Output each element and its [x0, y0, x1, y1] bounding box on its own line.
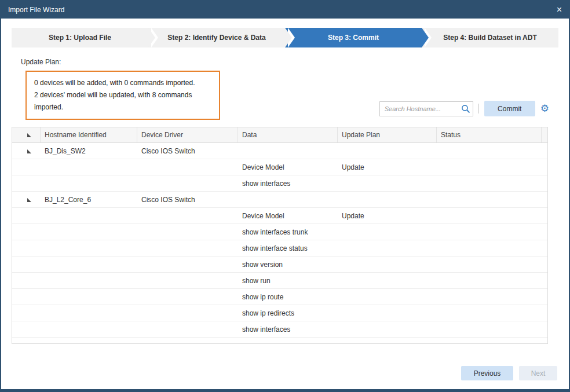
column-data: Data: [238, 127, 338, 142]
step-label: Step 3: Commit: [328, 34, 379, 42]
table-row[interactable]: show interfaces trunk: [12, 224, 547, 240]
wizard-steps: Step 1: Upload File Step 2: Identify Dev…: [12, 28, 558, 47]
commit-button[interactable]: Commit: [484, 101, 535, 116]
step-label: Step 1: Upload File: [49, 34, 111, 42]
data-cell: Device Model: [238, 163, 338, 171]
row-expander-cell: [12, 196, 41, 204]
device-driver-cell: Cisco IOS Switch: [137, 147, 238, 155]
update-plan-summary-box: 0 devices will be added, with 0 commands…: [25, 71, 220, 120]
data-cell: show interfaces trunk: [238, 228, 338, 236]
search-icon[interactable]: [461, 104, 470, 113]
step-4-build-dataset[interactable]: Step 4: Build Dataset in ADT: [422, 28, 558, 47]
collapse-all-icon[interactable]: [12, 127, 41, 142]
column-update-plan: Update Plan: [338, 127, 437, 142]
search-hostname-wrap: [379, 101, 473, 116]
header-scrollbar-spacer: [542, 127, 547, 142]
table-row[interactable]: show run: [12, 273, 547, 289]
import-results-table: Hostname Identified Device Driver Data U…: [12, 127, 548, 344]
table-header: Hostname Identified Device Driver Data U…: [12, 127, 547, 143]
data-cell: show interfaces: [238, 325, 338, 334]
device-driver-cell: Cisco IOS Switch: [137, 196, 238, 204]
table-row[interactable]: show interfaces: [12, 175, 547, 192]
footer-buttons: Previous Next: [461, 366, 557, 380]
hostname-cell: BJ_Dis_SW2: [41, 147, 137, 155]
column-device-driver: Device Driver: [137, 127, 238, 142]
row-expander-cell: [12, 147, 41, 155]
triangle-icon: [27, 133, 31, 137]
data-cell: show interfaces: [238, 179, 338, 188]
step-3-commit[interactable]: Step 3: Commit: [285, 28, 422, 47]
data-cell: show ip route: [238, 293, 338, 301]
table-row[interactable]: show version: [12, 257, 547, 273]
step-1-upload-file[interactable]: Step 1: Upload File: [12, 28, 148, 47]
step-label: Step 2: Identify Device & Data: [167, 34, 265, 42]
next-button[interactable]: Next: [519, 366, 557, 380]
table-row[interactable]: show ip redirects: [12, 305, 547, 321]
plan-line-2: 2 devices' model will be updated, with 8…: [34, 89, 211, 113]
window-title: Import File Wizard: [8, 6, 64, 14]
update-plan-cell: Update: [338, 212, 437, 220]
collapse-row-icon[interactable]: [27, 149, 31, 153]
dialog-content: Step 1: Upload File Step 2: Identify Dev…: [1, 19, 569, 389]
table-toolbar: Commit ⚙: [379, 101, 549, 116]
close-icon[interactable]: ×: [557, 5, 562, 14]
table-row[interactable]: show interface status: [12, 240, 547, 257]
hostname-cell: BJ_L2_Core_6: [41, 196, 137, 204]
data-cell: show ip redirects: [238, 309, 338, 317]
data-cell: show interface status: [238, 244, 338, 252]
collapse-row-icon[interactable]: [27, 198, 31, 202]
titlebar: Import File Wizard ×: [1, 1, 569, 19]
data-cell: show run: [238, 277, 338, 285]
data-cell: Device Model: [238, 212, 338, 220]
import-file-wizard-dialog: Import File Wizard × Step 1: Upload File…: [0, 0, 570, 392]
column-status: Status: [437, 127, 542, 142]
step-2-identify-device-data[interactable]: Step 2: Identify Device & Data: [148, 28, 285, 47]
table-row[interactable]: Device ModelUpdate: [12, 208, 547, 224]
table-row[interactable]: show ip route: [12, 289, 547, 305]
toolbar-divider: [478, 104, 479, 113]
table-row[interactable]: show interfaces: [12, 321, 547, 338]
table-row[interactable]: BJ_Dis_SW2Cisco IOS Switch: [12, 143, 547, 159]
gear-icon[interactable]: ⚙: [540, 104, 549, 113]
search-hostname-input[interactable]: [379, 101, 473, 116]
previous-button[interactable]: Previous: [461, 366, 513, 380]
table-body: BJ_Dis_SW2Cisco IOS SwitchDevice ModelUp…: [12, 143, 547, 338]
update-plan-label: Update Plan:: [21, 58, 61, 66]
table-row[interactable]: BJ_L2_Core_6Cisco IOS Switch: [12, 192, 547, 208]
data-cell: show version: [238, 261, 338, 269]
column-hostname-identified: Hostname Identified: [41, 127, 137, 142]
step-label: Step 4: Build Dataset in ADT: [443, 34, 537, 42]
update-plan-cell: Update: [338, 163, 437, 171]
table-row[interactable]: Device ModelUpdate: [12, 159, 547, 175]
plan-line-1: 0 devices will be added, with 0 commands…: [34, 77, 211, 89]
